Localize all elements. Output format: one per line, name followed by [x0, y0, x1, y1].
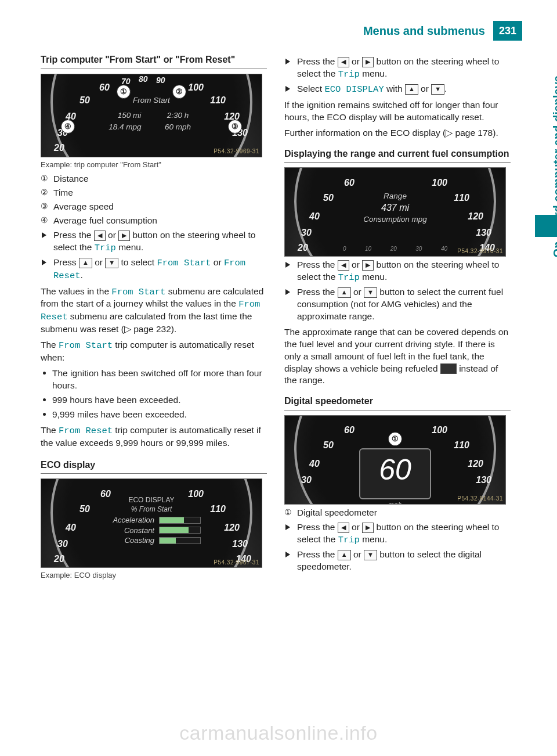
gauge-label: ECO DISPLAY: [128, 495, 174, 505]
step-item: Select ECO DISPLAY with ▲ or ▼.: [284, 83, 511, 96]
gauge-label: From Start: [133, 95, 170, 106]
column-left: Trip computer "From Start" or "From Rese…: [41, 53, 267, 584]
header-title: Menus and submenus: [363, 21, 493, 41]
legend-num-icon: ①: [41, 174, 48, 185]
gauge-value-range: 437 mi: [381, 201, 409, 214]
step-item: Press the ◀ or ▶ button on the steering …: [284, 259, 511, 284]
heading-eco-display: ECO display: [41, 459, 267, 471]
gauge-tick: 80: [139, 74, 148, 85]
step-item: Press the ▲ or ▼ button to select the cu…: [284, 286, 511, 323]
callout-2-icon: ②: [172, 85, 186, 99]
legend-num-icon: ③: [41, 201, 48, 213]
callout-4-icon: ④: [61, 120, 75, 134]
step-triangle-icon: [285, 524, 290, 530]
body-text: The From Start trip computer is automati…: [41, 339, 267, 364]
menu-name: From Start: [157, 258, 211, 268]
left-arrow-button-icon: ◀: [338, 523, 349, 533]
legend-label: Time: [53, 188, 73, 197]
heading-trip-computer: Trip computer "From Start" or "From Rese…: [41, 53, 267, 66]
left-arrow-button-icon: ◀: [94, 231, 106, 241]
gauge-tick: 20: [54, 142, 64, 154]
step-item: Press the ▲ or ▼ button to select the di…: [284, 549, 511, 573]
gauge-tick: 110: [210, 94, 226, 107]
gauge-label: Range: [384, 191, 407, 201]
right-arrow-button-icon: ▶: [118, 231, 130, 241]
eco-bar: [159, 527, 201, 534]
gauge-tick: 60: [99, 81, 110, 94]
menu-name: Trip: [338, 535, 360, 545]
speedo-box: 60: [359, 448, 431, 499]
body-text: The values in the From Start submenu are…: [41, 286, 267, 336]
right-arrow-button-icon: ▶: [362, 260, 374, 271]
section-side-tab: [535, 215, 557, 237]
legend-num-icon: ①: [284, 507, 292, 519]
gauge-value-distance: 150 mi: [118, 110, 142, 121]
step-item: Press the ◀ or ▶ button on the steering …: [284, 521, 511, 546]
heading-rule: [284, 410, 511, 411]
legend-label: Average speed: [53, 201, 114, 211]
down-arrow-button-icon: ▼: [105, 258, 118, 268]
speedo-value: 60: [360, 455, 430, 484]
left-arrow-button-icon: ◀: [338, 57, 349, 67]
step-triangle-icon: [285, 552, 290, 557]
step-triangle-icon: [285, 262, 290, 268]
legend-item: ②Time: [41, 187, 267, 199]
figure-eco-display: 20 30 40 50 60 100 110 120 130 140 ECO D…: [41, 478, 262, 568]
bullet-item: 9,999 miles have been exceeded.: [41, 409, 267, 421]
eco-bar: [159, 537, 201, 544]
step-triangle-icon: [285, 86, 290, 92]
figure-code: P54.32-9144-31: [457, 495, 503, 503]
up-arrow-button-icon: ▲: [338, 287, 351, 298]
menu-name: From Start: [59, 340, 113, 351]
column-right: Press the ◀ or ▶ button on the steering …: [284, 53, 511, 584]
up-arrow-button-icon: ▲: [79, 258, 92, 268]
step-item: Press the ◀ or ▶ button on the steering …: [284, 56, 511, 81]
down-arrow-button-icon: ▼: [364, 550, 377, 560]
menu-name: From Start: [111, 287, 165, 297]
gauge-tick: 90: [156, 75, 165, 86]
heading-rule: [284, 162, 511, 163]
menu-name: Trip: [338, 272, 360, 283]
body-text: The approximate range that can be covere…: [284, 326, 511, 387]
figure-digital-speedo: 30 40 50 60 100 110 120 130 ① 60 mph P54…: [284, 415, 506, 505]
gauge-tick: 100: [188, 81, 204, 94]
step-triangle-icon: [285, 289, 290, 295]
gauge-tick: 50: [79, 94, 90, 107]
gauge-label: % From Start: [131, 505, 172, 514]
figure-code: P54.32-9907-31: [214, 559, 259, 567]
heading-rule: [41, 473, 267, 474]
consumption-scale: 010203040: [343, 245, 447, 253]
menu-name: Trip: [95, 243, 116, 253]
watermark: carmanualsonline.info: [179, 722, 377, 744]
page-number: 231: [493, 21, 522, 41]
figure-caption: Example: ECO display: [41, 570, 267, 581]
legend-item: ④Average fuel consumption: [41, 215, 267, 227]
down-arrow-button-icon: ▼: [431, 84, 444, 95]
heading-range: Displaying the range and current fuel co…: [284, 147, 511, 160]
legend-label: Distance: [53, 174, 88, 183]
legend-item: ③Average speed: [41, 201, 267, 213]
callout-3-icon: ③: [228, 120, 242, 134]
gauge-value-time: 2:30 h: [167, 110, 189, 121]
step-triangle-icon: [42, 232, 46, 238]
menu-name: Trip: [338, 69, 360, 80]
eco-row-label: Coasting: [102, 535, 154, 546]
heading-digital-speedo: Digital speedometer: [284, 395, 511, 408]
callout-1-icon: ①: [388, 432, 402, 446]
bullet-item: 999 hours have been exceeded.: [41, 394, 267, 406]
up-arrow-button-icon: ▲: [405, 84, 418, 95]
figure-code: P54.32-9970-31: [457, 247, 503, 255]
step-triangle-icon: [42, 260, 46, 265]
eco-bar: [159, 517, 201, 524]
eco-row-label: Constant: [102, 525, 154, 536]
figure-trip-computer: 20 30 40 50 60 70 80 90 100 110 120 130 …: [41, 74, 262, 157]
page-content: Trip computer "From Start" or "From Rese…: [41, 53, 511, 584]
legend-num-icon: ④: [41, 215, 48, 226]
right-arrow-button-icon: ▶: [362, 523, 374, 533]
step-triangle-icon: [285, 59, 290, 64]
down-arrow-button-icon: ▼: [364, 287, 377, 298]
callout-1-icon: ①: [117, 85, 131, 99]
figure-range: 20 30 40 50 60 100 110 120 130 140 Range…: [284, 167, 506, 257]
legend-num-icon: ②: [41, 188, 48, 199]
menu-name: ECO DISPLAY: [324, 84, 384, 95]
